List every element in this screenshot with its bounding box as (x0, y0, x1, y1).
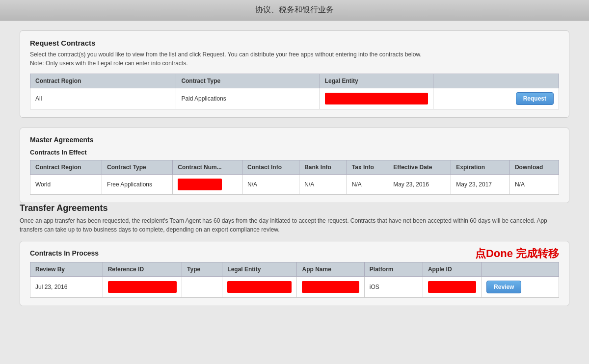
page-title: 协议、税务和银行业务 (255, 5, 334, 14)
cie-expiration: May 23, 2017 (451, 175, 510, 195)
cip-header-row: Review By Reference ID Type Legal Entity… (30, 262, 559, 277)
header-cie-tax: Tax Info (347, 160, 388, 175)
header-cie-effective: Effective Date (388, 160, 451, 175)
cell-contract-region: All (30, 88, 176, 109)
contract-num-redacted (178, 179, 222, 190)
app-name-redacted (302, 281, 359, 293)
master-agreements-section: Master Agreements Contracts In Effect Co… (20, 128, 569, 203)
cie-type: Free Applications (102, 175, 172, 195)
header-action (433, 74, 559, 88)
main-content: Request Contracts Select the contract(s)… (5, 21, 584, 321)
contracts-in-process-card: 点Done 完成转移 Contracts In Process Review B… (20, 241, 569, 306)
header-cip-app-name: App Name (297, 262, 364, 277)
contracts-in-effect-header-row: Contract Region Contract Type Contract N… (30, 160, 559, 175)
cie-tax: N/A (347, 175, 388, 195)
header-cip-action (482, 262, 559, 277)
header-cip-review-by: Review By (30, 262, 103, 277)
cie-contact: N/A (242, 175, 299, 195)
transfer-agreements-title: Transfer Agreements (20, 203, 569, 213)
cie-effective-date: May 23, 2016 (388, 175, 451, 195)
header-cie-download: Download (509, 160, 559, 175)
done-annotation: 点Done 完成转移 (475, 246, 559, 261)
cip-legal-entity-redacted (227, 281, 292, 293)
request-contracts-title: Request Contracts (30, 39, 559, 47)
request-contracts-section: Request Contracts Select the contract(s)… (20, 30, 569, 118)
contracts-in-effect-title: Contracts In Effect (30, 149, 559, 156)
request-contracts-row: All Paid Applications Request (30, 88, 559, 109)
header-cip-ref-id: Reference ID (103, 262, 182, 277)
cip-apple-id (423, 277, 481, 298)
transfer-agreements-section: Transfer Agreements Once an app transfer… (20, 203, 569, 311)
cell-legal-entity (320, 88, 433, 109)
master-agreements-title: Master Agreements (30, 136, 559, 144)
header-cie-num: Contract Num... (173, 160, 242, 175)
cie-download: N/A (509, 175, 559, 195)
cip-legal-entity (222, 277, 297, 298)
cip-app-name (297, 277, 364, 298)
request-contracts-header-row: Contract Region Contract Type Legal Enti… (30, 74, 559, 88)
request-button[interactable]: Request (516, 92, 554, 105)
cell-contract-type: Paid Applications (176, 88, 320, 109)
ref-id-redacted (108, 281, 177, 293)
cie-region: World (30, 175, 102, 195)
cie-row: World Free Applications N/A N/A N/A May … (30, 175, 559, 195)
cip-row: Jul 23, 2016 iOS (30, 277, 559, 298)
header-cip-type: Type (182, 262, 222, 277)
header-cip-platform: Platform (364, 262, 423, 277)
header-cie-expiration: Expiration (451, 160, 510, 175)
contracts-in-process-table: Review By Reference ID Type Legal Entity… (30, 262, 559, 298)
page-title-bar: 协议、税务和银行业务 (0, 0, 589, 21)
header-cip-legal-entity: Legal Entity (222, 262, 297, 277)
request-contracts-table: Contract Region Contract Type Legal Enti… (30, 74, 559, 109)
legal-entity-redacted (325, 93, 428, 104)
cie-bank: N/A (299, 175, 347, 195)
cip-review-by: Jul 23, 2016 (30, 277, 103, 298)
header-legal-entity: Legal Entity (320, 74, 433, 88)
cip-type (182, 277, 222, 298)
cip-platform: iOS (364, 277, 423, 298)
header-contract-type: Contract Type (176, 74, 320, 88)
transfer-agreements-desc: Once an app transfer has been requested,… (20, 216, 569, 234)
header-cip-apple-id: Apple ID (423, 262, 481, 277)
header-cie-region: Contract Region (30, 160, 102, 175)
header-cie-contact: Contact Info (242, 160, 299, 175)
header-cie-bank: Bank Info (299, 160, 347, 175)
header-cie-type: Contract Type (102, 160, 172, 175)
contracts-in-effect-table: Contract Region Contract Type Contract N… (30, 160, 559, 195)
review-button[interactable]: Review (486, 281, 521, 293)
request-contracts-desc: Select the contract(s) you would like to… (30, 50, 559, 68)
cell-request-action: Request (433, 88, 559, 109)
cie-num (173, 175, 242, 195)
apple-id-redacted (428, 281, 476, 293)
cip-ref-id (103, 277, 182, 298)
header-contract-region: Contract Region (30, 74, 176, 88)
cip-review-action: Review (482, 277, 559, 298)
